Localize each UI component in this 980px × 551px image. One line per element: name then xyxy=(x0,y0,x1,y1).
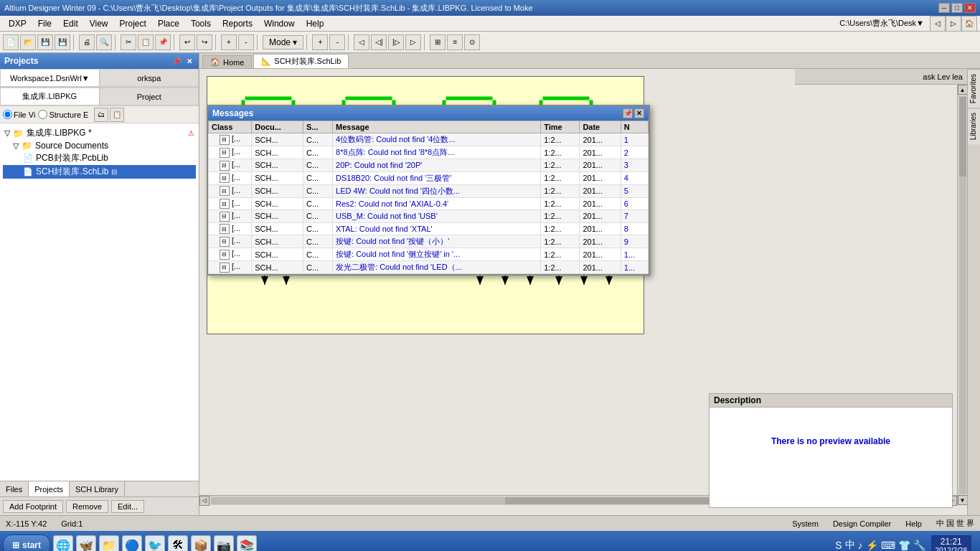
tab-sch-library[interactable]: SCH Library xyxy=(70,481,125,496)
col-class[interactable]: Class xyxy=(209,121,252,133)
messages-close-btn[interactable]: ✕ xyxy=(634,108,644,118)
tb-nav1[interactable]: ◁ xyxy=(354,34,369,50)
col-message[interactable]: Message xyxy=(333,121,541,133)
scrollbar-v-thumb[interactable] xyxy=(959,97,966,176)
copy-btn[interactable]: 📋 xyxy=(138,34,154,50)
start-button[interactable]: ⊞ start xyxy=(3,534,50,551)
workspace-alt[interactable]: orkspa xyxy=(100,69,199,87)
structure-e-radio[interactable]: Structure E xyxy=(38,110,88,119)
menu-reports[interactable]: Reports xyxy=(217,17,258,30)
mode-dropdown[interactable]: Mode ▾ xyxy=(263,35,303,50)
menu-project[interactable]: Project xyxy=(114,17,152,30)
taskbar-ie[interactable]: 🌐 xyxy=(53,535,73,551)
tb-extra1[interactable]: + xyxy=(312,34,328,50)
file-view-radio[interactable]: File Vi xyxy=(3,110,35,119)
col-date[interactable]: Date xyxy=(580,121,621,133)
undo-btn[interactable]: ↩ xyxy=(179,34,195,50)
table-row[interactable]: ⊟ [... SCH... C... USB_M: Could not find… xyxy=(209,210,649,223)
tree-project-root[interactable]: ▽ 📁 集成库.LIBPKG * ⚠ xyxy=(3,126,196,140)
col-n[interactable]: N xyxy=(621,121,648,133)
menu-window[interactable]: Window xyxy=(258,17,301,30)
cut-btn[interactable]: ✂ xyxy=(121,34,136,50)
col-s[interactable]: S... xyxy=(303,121,333,133)
tree-icon-1[interactable]: 🗂 xyxy=(94,108,108,122)
tb-extra2[interactable]: - xyxy=(329,34,345,50)
tb-nav3[interactable]: |▷ xyxy=(388,34,404,50)
menu-edit[interactable]: Edit xyxy=(57,17,84,30)
tb-nav2[interactable]: ◁| xyxy=(371,34,387,50)
table-row[interactable]: ⊟ [... SCH... C... 20P: Could not find '… xyxy=(209,159,649,172)
save-all-btn[interactable]: 💾 xyxy=(55,34,70,50)
taskbar-icon6[interactable]: 📦 xyxy=(191,535,211,551)
tab-home[interactable]: 🏠 Home xyxy=(202,55,252,68)
nav-back[interactable]: ◁ xyxy=(930,16,946,32)
panel-pin-btn[interactable]: 📌 xyxy=(170,57,183,65)
scroll-up[interactable]: ▲ xyxy=(958,85,968,95)
print-prev-btn[interactable]: 🔍 xyxy=(96,34,112,50)
menu-file[interactable]: File xyxy=(32,17,57,30)
table-row[interactable]: ⊟ [... SCH... C... 按键: Could not find '侧… xyxy=(209,248,649,261)
sidebar-favorites[interactable]: Favorites xyxy=(968,69,980,108)
tb-grid[interactable]: ⊞ xyxy=(430,34,446,50)
remove-btn[interactable]: Remove xyxy=(66,500,108,513)
scroll-left[interactable]: ◁ xyxy=(199,496,209,506)
menu-help[interactable]: Help xyxy=(301,17,330,30)
table-row[interactable]: ⊟ [... SCH... C... 8*8点阵: Could not find… xyxy=(209,146,649,159)
table-row[interactable]: ⊟ [... SCH... C... LED 4W: Could not fin… xyxy=(209,184,649,197)
taskbar-icon8[interactable]: 📚 xyxy=(237,535,257,551)
table-row[interactable]: ⊟ [... SCH... C... 按键: Could not find '按… xyxy=(209,235,649,248)
taskbar-icon5[interactable]: 🛠 xyxy=(168,535,188,551)
add-footprint-btn[interactable]: Add Footprint xyxy=(3,500,63,513)
table-row[interactable]: ⊟ [... SCH... C... 发光二极管: Could not find… xyxy=(209,261,649,274)
tab-sch-lib[interactable]: 📐 SCH封装库.SchLib xyxy=(253,54,349,68)
table-row[interactable]: ⊟ [... SCH... C... Res2: Could not find … xyxy=(209,197,649,210)
menu-dxp[interactable]: DXP xyxy=(3,17,32,30)
close-button[interactable]: ✕ xyxy=(964,3,976,13)
messages-pin-btn[interactable]: 📌 xyxy=(623,108,633,118)
lib-pkg-btn[interactable]: 集成库.LIBPKG xyxy=(0,88,100,105)
table-row[interactable]: ⊟ [... SCH... C... DS18B20: Could not fi… xyxy=(209,171,649,184)
tree-sch-lib[interactable]: 📄 SCH封装库.SchLib ⊟ xyxy=(3,165,196,179)
open-btn[interactable]: 📂 xyxy=(20,34,36,50)
table-row[interactable]: ⊟ [... SCH... C... 4位数码管: Could not find… xyxy=(209,133,649,146)
tree-pcb-lib[interactable]: 📄 PCB封装库.PcbLib xyxy=(3,151,196,165)
new-btn[interactable]: 📄 xyxy=(3,34,19,50)
zoom-out-btn[interactable]: - xyxy=(238,34,254,50)
tb-prop[interactable]: ≡ xyxy=(447,34,463,50)
col-doc[interactable]: Docu... xyxy=(252,121,303,133)
scroll-down[interactable]: ▼ xyxy=(958,495,968,505)
taskbar-icon7[interactable]: 📷 xyxy=(214,535,234,551)
maximize-button[interactable]: □ xyxy=(951,3,963,13)
scrollbar-h-thumb[interactable] xyxy=(505,497,725,504)
table-row[interactable]: ⊟ [... SCH... C... XTAL: Could not find … xyxy=(209,222,649,235)
sidebar-libraries[interactable]: Libraries xyxy=(968,108,980,144)
taskbar-mozilla[interactable]: 🦋 xyxy=(76,535,96,551)
minimize-button[interactable]: ─ xyxy=(938,3,950,13)
menu-tools[interactable]: Tools xyxy=(185,17,217,30)
tb-nav4[interactable]: ▷ xyxy=(405,34,421,50)
scrollbar-v[interactable]: ▲ ▼ xyxy=(957,85,967,505)
project-btn[interactable]: Project xyxy=(100,88,199,105)
menu-place[interactable]: Place xyxy=(152,17,185,30)
scrollbar-v-track[interactable] xyxy=(959,96,966,494)
tab-projects[interactable]: Projects xyxy=(29,481,70,496)
redo-btn[interactable]: ↪ xyxy=(197,34,212,50)
zoom-in-btn[interactable]: + xyxy=(221,34,237,50)
taskbar-folder[interactable]: 📁 xyxy=(99,535,119,551)
taskbar-icon4[interactable]: 🐦 xyxy=(145,535,165,551)
paste-btn[interactable]: 📌 xyxy=(155,34,171,50)
edit-btn[interactable]: Edit... xyxy=(111,500,144,513)
tree-icon-2[interactable]: 📋 xyxy=(110,108,124,122)
workspace-dropdown[interactable]: Workspace1.DsnWrl▼ xyxy=(0,69,100,87)
nav-fwd[interactable]: ▷ xyxy=(946,16,961,32)
tb-misc[interactable]: ⊙ xyxy=(464,34,480,50)
print-btn[interactable]: 🖨 xyxy=(79,34,95,50)
col-time[interactable]: Time xyxy=(541,121,580,133)
taskbar-icon3[interactable]: 🔵 xyxy=(122,535,142,551)
tab-files[interactable]: Files xyxy=(0,481,29,496)
tree-source-docs[interactable]: ▽ 📁 Source Documents xyxy=(3,140,196,151)
nav-home[interactable]: 🏠 xyxy=(961,16,977,32)
panel-close-btn[interactable]: ✕ xyxy=(184,57,194,65)
menu-view[interactable]: View xyxy=(84,17,114,30)
save-btn[interactable]: 💾 xyxy=(37,34,53,50)
